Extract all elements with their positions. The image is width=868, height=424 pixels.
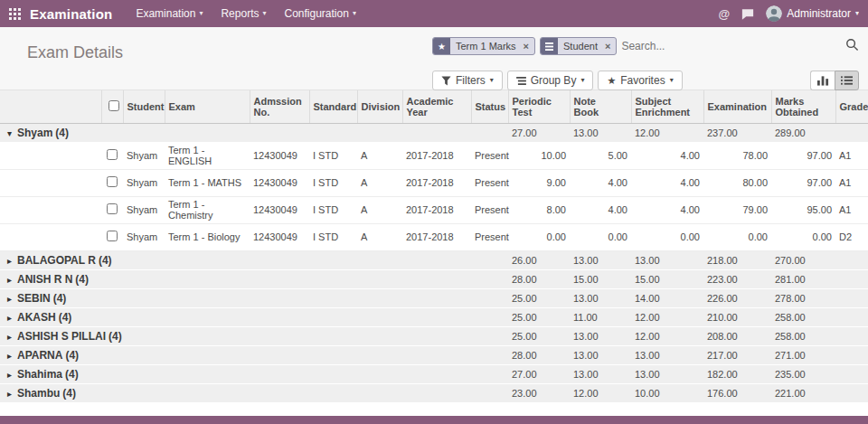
table-row[interactable]: Shyam Term 1 - MATHS 12430049 I STD A 20… (0, 169, 868, 196)
group-agg-examination: 208.00 (703, 326, 771, 345)
group-agg-subject: 13.00 (631, 250, 703, 269)
cell-academic-year: 2017-2018 (402, 196, 471, 223)
cell-exam: Term 1 - Chemistry (165, 196, 250, 223)
group-agg-marks: 235.00 (771, 364, 835, 383)
group-toggle[interactable]: ▸ASHISH S PILLAI(4) (0, 326, 508, 345)
col-grade[interactable]: Grade (835, 90, 868, 123)
search-icon[interactable] (845, 38, 859, 54)
menu-configuration[interactable]: Configuration ▾ (285, 7, 356, 20)
group-agg-grade (835, 326, 868, 345)
cell-academic-year: 2017-2018 (402, 223, 471, 250)
group-row[interactable]: ▸Shambu(4) 23.00 12.00 10.00 176.00 221.… (0, 383, 868, 402)
group-row[interactable]: ▸BALAGOPAL R(4) 26.00 13.00 13.00 218.00… (0, 250, 868, 269)
caret-right-icon: ▸ (7, 313, 17, 323)
user-menu[interactable]: Administrator ▾ (766, 5, 859, 22)
col-student[interactable]: Student (123, 90, 165, 123)
group-toggle[interactable]: ▸Shambu(4) (0, 383, 508, 402)
row-checkbox[interactable] (107, 176, 118, 187)
table-row[interactable]: Shyam Term 1 - Chemistry 12430049 I STD … (0, 196, 868, 223)
cell-examination: 80.00 (703, 169, 771, 196)
group-agg-examination: 226.00 (703, 288, 771, 307)
group-row[interactable]: ▾Shyam(4) 27.00 13.00 12.00 237.00 289.0… (0, 123, 868, 142)
app-title[interactable]: Examination (30, 6, 112, 22)
group-row[interactable]: ▸ASHISH S PILLAI(4) 25.00 13.00 12.00 20… (0, 326, 868, 345)
menu-examination[interactable]: Examination ▾ (136, 7, 203, 20)
group-row[interactable]: ▸AKASH(4) 25.00 11.00 12.00 210.00 258.0… (0, 307, 868, 326)
graph-view-button[interactable] (810, 71, 835, 90)
group-toggle[interactable]: ▸Shahima(4) (0, 364, 508, 383)
group-toggle[interactable]: ▸APARNA(4) (0, 345, 508, 364)
group-by-label: Group By (531, 74, 577, 87)
cell-student: Shyam (123, 223, 165, 250)
col-status[interactable]: Status (471, 90, 508, 123)
group-agg-notebook: 13.00 (570, 123, 631, 142)
bar-chart-icon (817, 75, 829, 86)
messages-icon[interactable] (741, 8, 754, 20)
breadcrumb: Exam Details (27, 43, 123, 62)
table-row[interactable]: Shyam Term 1 - ENGLISH 12430049 I STD A … (0, 142, 868, 169)
exam-list-table: Student Exam Admssion No. Standard Divis… (0, 90, 868, 403)
group-agg-examination: 176.00 (703, 383, 771, 402)
menu-reports[interactable]: Reports ▾ (221, 7, 266, 20)
row-checkbox[interactable] (107, 231, 118, 241)
col-marks-obtained[interactable]: Marks Obtained (771, 90, 835, 123)
group-agg-periodic: 25.00 (508, 307, 570, 326)
remove-facet-icon[interactable]: × (522, 38, 534, 54)
select-all[interactable] (101, 90, 123, 123)
cell-status: Present (471, 196, 508, 223)
group-toggle[interactable]: ▸BALAGOPAL R(4) (0, 250, 508, 269)
cell-exam: Term 1 - ENGLISH (165, 142, 250, 169)
table-row[interactable]: Shyam Term 1 - Biology 12430049 I STD A … (0, 223, 868, 250)
group-count: (4) (55, 127, 69, 139)
star-icon: ★ (607, 76, 616, 86)
group-row[interactable]: ▸APARNA(4) 28.00 13.00 13.00 217.00 271.… (0, 345, 868, 364)
select-all-checkbox[interactable] (108, 100, 119, 111)
row-indent (0, 142, 101, 169)
group-agg-examination: 237.00 (703, 123, 771, 142)
group-name: AKASH (17, 311, 56, 324)
group-agg-examination: 223.00 (703, 269, 771, 288)
cell-note-book: 4.00 (570, 196, 631, 223)
row-checkbox[interactable] (107, 203, 118, 214)
favorites-button[interactable]: ★ Favorites ▾ (598, 71, 682, 90)
col-exam[interactable]: Exam (165, 90, 250, 123)
activity-at-icon[interactable]: @ (719, 7, 731, 21)
group-row[interactable]: ▸ANISH R N(4) 28.00 15.00 15.00 223.00 2… (0, 269, 868, 288)
list-view-button[interactable] (835, 71, 859, 90)
group-toggle[interactable]: ▸SEBIN(4) (0, 288, 508, 307)
group-row[interactable]: ▸SEBIN(4) 25.00 13.00 14.00 226.00 278.0… (0, 288, 868, 307)
group-agg-grade (835, 250, 868, 269)
remove-facet-icon[interactable]: × (603, 38, 616, 54)
col-note-book[interactable]: Note Book (570, 90, 631, 123)
row-indent (0, 196, 101, 223)
group-toggle[interactable]: ▾Shyam(4) (0, 123, 508, 142)
search-facet[interactable]: ★ Term 1 Marks × (432, 37, 535, 55)
avatar (766, 5, 782, 22)
col-academic-year[interactable]: Academic Year (402, 90, 471, 123)
filters-button[interactable]: Filters ▾ (432, 71, 503, 90)
row-checkbox[interactable] (107, 149, 118, 160)
cell-periodic-test: 0.00 (508, 223, 570, 250)
search-input[interactable] (621, 40, 835, 52)
col-subject-enrichment[interactable]: Subject Enrichment (631, 90, 703, 123)
col-examination[interactable]: Examination (703, 90, 771, 123)
col-admission-no[interactable]: Admssion No. (250, 90, 309, 123)
group-toggle[interactable]: ▸ANISH R N(4) (0, 269, 508, 288)
group-agg-marks: 278.00 (771, 288, 835, 307)
group-count: (4) (59, 311, 72, 324)
group-by-button[interactable]: Group By ▾ (507, 71, 594, 90)
group-toggle[interactable]: ▸AKASH(4) (0, 307, 508, 326)
group-row[interactable]: ▸Shahima(4) 27.00 13.00 13.00 182.00 235… (0, 364, 868, 383)
row-checkbox-cell (101, 196, 123, 223)
caret-right-icon: ▸ (7, 256, 17, 266)
group-name: APARNA (17, 349, 62, 362)
col-periodic-test[interactable]: Periodic Test (508, 90, 570, 123)
search-facet[interactable]: Student × (540, 37, 617, 55)
cell-standard: I STD (309, 142, 357, 169)
col-standard[interactable]: Standard (309, 90, 357, 123)
col-division[interactable]: Division (357, 90, 402, 123)
group-agg-grade (835, 288, 868, 307)
apps-grid-icon[interactable] (9, 8, 21, 20)
cell-examination: 78.00 (703, 142, 771, 169)
group-agg-examination: 210.00 (703, 307, 771, 326)
